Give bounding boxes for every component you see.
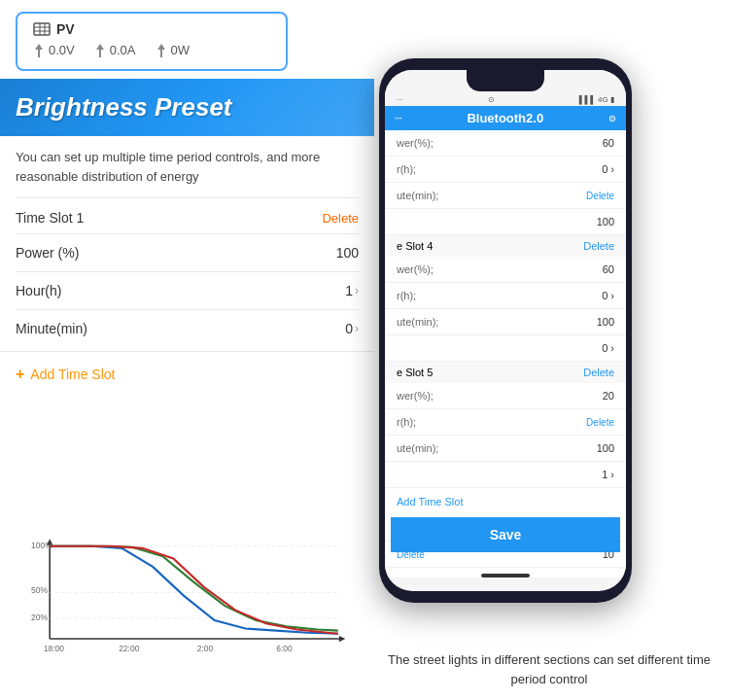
svg-text:2:00: 2:00 (197, 644, 214, 653)
phone-mockup: ··· ⊙ ▌▌▌ 4G ▮ ··· Bluetooth2.0 ⊙ wer(%)… (379, 58, 632, 603)
pv-label: PV (56, 21, 75, 37)
chart-svg: 100% 50% 20% 18:00 22:00 2:00 6:00 (29, 535, 359, 671)
time-slot-1-section: Time Slot 1 Delete Power (%) 100 Hour(h)… (0, 197, 374, 347)
hour-row[interactable]: Hour(h) 1 › (16, 271, 359, 309)
status-left: ··· (397, 95, 403, 104)
pv-icon (33, 22, 51, 36)
pv-current: 0.0A (94, 43, 136, 57)
pv-power: 0W (156, 43, 191, 57)
svg-marker-6 (96, 44, 104, 57)
slot-1-header: Time Slot 1 Delete (16, 197, 359, 233)
right-panel: ··· ⊙ ▌▌▌ 4G ▮ ··· Bluetooth2.0 ⊙ wer(%)… (350, 0, 729, 700)
home-indicator (481, 574, 530, 578)
phone-slot-header-5: e Slot 5 Delete (385, 362, 626, 383)
brightness-preset-title: Brightness Preset (16, 92, 232, 122)
header-left-icon: ··· (395, 114, 402, 123)
save-label: Save (490, 527, 522, 542)
phone-row: ute(min); Delete (385, 183, 626, 209)
pv-power-value: 0W (171, 43, 191, 57)
svg-marker-5 (35, 44, 43, 57)
pv-values: 0.0V 0.0A 0W (33, 43, 270, 57)
phone-row: wer(%); 20 (385, 383, 626, 409)
phone-row: r(h); 0 › (385, 157, 626, 183)
svg-text:50%: 50% (31, 585, 48, 595)
phone-save-button[interactable]: Save (391, 517, 620, 552)
left-panel: PV 0.0V 0.0A 0W Br (0, 0, 374, 700)
pv-voltage-value: 0.0V (49, 43, 75, 57)
phone-row: wer(%); 60 (385, 257, 626, 283)
pv-title: PV (33, 21, 270, 37)
phone-row: 1 › (385, 462, 626, 488)
phone-notch (467, 70, 544, 91)
brightness-preset-bar: Brightness Preset (0, 79, 374, 136)
svg-text:20%: 20% (31, 612, 48, 622)
minute-row[interactable]: Minute(min) 0 › (16, 309, 359, 347)
power-row[interactable]: Power (%) 100 (16, 233, 359, 271)
status-right: ▌▌▌ 4G ▮ (579, 95, 614, 104)
phone-header-title: Bluetooth2.0 (467, 111, 543, 125)
slot-1-title: Time Slot 1 (16, 210, 84, 226)
brightness-description: You can set up multiple time period cont… (0, 136, 374, 197)
power-label: Power (%) (16, 245, 79, 261)
phone-add-slot-label: Add Time Slot (397, 496, 463, 508)
phone-slot-header: e Slot 4 Delete (385, 235, 626, 257)
svg-marker-7 (157, 44, 165, 57)
plus-icon: + (16, 366, 24, 383)
phone-row: r(h); Delete (385, 409, 626, 436)
header-right-icon: ⊙ (608, 114, 616, 123)
phone-content[interactable]: wer(%); 60 r(h); 0 › ute(min); Delete 10… (385, 130, 626, 578)
phone-row: r(h); 0 › (385, 283, 626, 309)
bottom-description: The street lights in different sections … (379, 650, 719, 688)
hour-label: Hour(h) (16, 283, 61, 298)
pv-voltage: 0.0V (33, 43, 75, 57)
pv-section: PV 0.0V 0.0A 0W (16, 12, 288, 71)
svg-text:6:00: 6:00 (276, 644, 293, 653)
bottom-text-label: The street lights in different sections … (388, 652, 711, 686)
phone-row: ute(min); 100 (385, 436, 626, 462)
phone-row: 100 (385, 209, 626, 235)
pv-current-value: 0.0A (110, 43, 136, 57)
status-center: ⊙ (488, 95, 495, 104)
power-icon (156, 44, 167, 57)
phone-add-slot-btn[interactable]: Add Time Slot (385, 488, 626, 515)
svg-rect-0 (34, 23, 50, 35)
svg-marker-11 (339, 636, 345, 642)
minute-label: Minute(min) (16, 321, 87, 336)
voltage-icon (33, 44, 45, 57)
phone-frame: ··· ⊙ ▌▌▌ 4G ▮ ··· Bluetooth2.0 ⊙ wer(%)… (379, 58, 632, 603)
phone-row: wer(%); 60 (385, 130, 626, 157)
svg-text:22:00: 22:00 (119, 644, 139, 653)
svg-text:100%: 100% (31, 541, 52, 550)
phone-screen: ··· ⊙ ▌▌▌ 4G ▮ ··· Bluetooth2.0 ⊙ wer(%)… (385, 70, 626, 591)
brightness-chart: 100% 50% 20% 18:00 22:00 2:00 6:00 (0, 535, 374, 700)
current-icon (94, 44, 106, 57)
phone-row: 0 › (385, 335, 626, 362)
add-time-slot-button[interactable]: + Add Time Slot (0, 351, 374, 397)
phone-app-header: ··· Bluetooth2.0 ⊙ (385, 106, 626, 130)
add-slot-label: Add Time Slot (30, 367, 115, 382)
svg-text:18:00: 18:00 (44, 644, 64, 653)
phone-row: ute(min); 100 (385, 309, 626, 335)
